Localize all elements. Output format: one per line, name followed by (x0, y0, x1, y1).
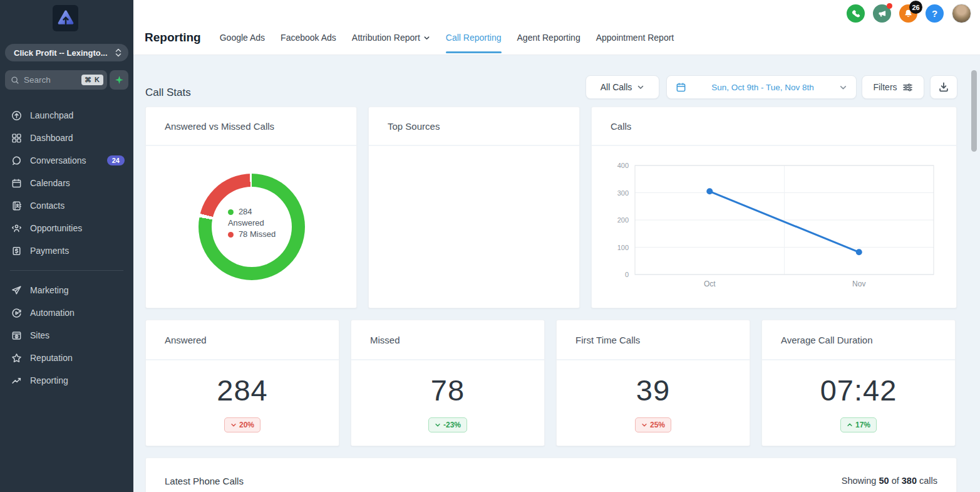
tab-google-ads[interactable]: Google Ads (220, 28, 265, 48)
latest-phone-calls-card: Latest Phone Calls Showing 50 of 380 cal… (145, 458, 957, 492)
tab-agent-reporting[interactable]: Agent Reporting (517, 28, 580, 48)
stat-change-badge: 25% (635, 417, 671, 432)
svg-text:300: 300 (617, 189, 629, 197)
sidebar: Click Profit -- Lexingto... Search ⌘ K (0, 0, 133, 492)
calls-chart-card: Calls 0100200300400OctNov (591, 107, 957, 308)
tab-call-reporting[interactable]: Call Reporting (446, 28, 502, 48)
page-title: Reporting (145, 31, 201, 44)
notifications-count-badge: 26 (909, 1, 922, 14)
card-title: Top Sources (369, 107, 579, 146)
content-area: Call Stats All Calls Sun, Oct 9th - Tue,… (133, 55, 980, 492)
phone-button[interactable] (847, 4, 865, 23)
tab-facebook-ads[interactable]: Facebook Ads (281, 28, 336, 48)
chevron-down-icon (230, 422, 237, 428)
missed-legend-dot (228, 232, 234, 238)
svg-text:Oct: Oct (704, 280, 716, 288)
top-header: Reporting Google Ads Facebook Ads Attrib… (133, 0, 980, 55)
donut-center-legend: 284 Answered 78 Missed (146, 206, 358, 240)
app-logo[interactable] (53, 5, 78, 31)
vertical-scrollbar[interactable] (971, 70, 977, 152)
stat-change-badge: 20% (224, 417, 260, 432)
section-title: Call Stats (145, 86, 191, 99)
reporting-icon (11, 375, 22, 386)
sidebar-item-contacts[interactable]: Contacts (0, 194, 133, 217)
sidebar-search-row: Search ⌘ K (5, 70, 128, 90)
latest-calls-title: Latest Phone Calls (165, 476, 244, 486)
sidebar-item-opportunities[interactable]: Opportunities (0, 217, 133, 239)
announcements-button[interactable] (873, 4, 891, 23)
sidebar-item-payments[interactable]: Payments (0, 239, 133, 262)
sidebar-item-marketing[interactable]: Marketing (0, 279, 133, 301)
answered-stat-card: Answered 284 20% (145, 320, 339, 446)
help-button[interactable]: ? (926, 4, 944, 23)
sidebar-item-reporting[interactable]: Reporting (0, 369, 133, 392)
dashboard-icon (11, 133, 22, 144)
sidebar-menu: Launchpad Dashboard Conversations 24 Cal… (0, 104, 133, 392)
stat-value: 284 (146, 373, 339, 407)
updown-chevron-icon (115, 48, 122, 58)
top-sources-card: Top Sources (368, 107, 580, 308)
chevron-down-icon (423, 34, 430, 41)
reputation-icon (11, 353, 22, 364)
chevron-down-icon (641, 422, 647, 428)
svg-text:100: 100 (617, 244, 629, 251)
megaphone-icon (877, 9, 887, 18)
stat-change-badge: -23% (428, 417, 467, 432)
avg-call-duration-stat-card: Average Call Duration 07:42 17% (761, 320, 956, 446)
account-switcher[interactable]: Click Profit -- Lexingto... (5, 44, 128, 61)
missed-stat-card: Missed 78 -23% (351, 320, 545, 446)
sidebar-item-sites[interactable]: Sites (0, 324, 133, 347)
chevron-down-icon (637, 83, 644, 91)
search-shortcut-badge: ⌘ K (81, 75, 103, 85)
first-time-calls-stat-card: First Time Calls 39 25% (556, 320, 750, 446)
account-switcher-label: Click Profit -- Lexingto... (14, 48, 115, 58)
call-reporting-page: Click Profit -- Lexingto... Search ⌘ K (0, 0, 980, 492)
sidebar-item-dashboard[interactable]: Dashboard (0, 127, 133, 149)
calendar-icon (11, 178, 22, 189)
marketing-icon (11, 285, 22, 296)
opportunities-icon (11, 223, 22, 234)
call-type-filter-dropdown[interactable]: All Calls (585, 75, 659, 99)
sidebar-item-calendars[interactable]: Calendars (0, 172, 133, 194)
date-range-picker[interactable]: Sun, Oct 9th - Tue, Nov 8th (666, 75, 857, 99)
stat-value: 07:42 (762, 373, 955, 407)
card-title: Calls (592, 107, 956, 146)
stat-value: 39 (557, 373, 750, 407)
filter-sliders-icon (902, 83, 913, 92)
calls-line-chart: 0100200300400OctNov (592, 146, 957, 308)
sparkle-diamond-icon (115, 75, 124, 85)
sidebar-item-launchpad[interactable]: Launchpad (0, 104, 133, 127)
sidebar-item-automation[interactable]: Automation (0, 301, 133, 324)
stat-title: First Time Calls (557, 320, 750, 360)
user-avatar[interactable] (952, 4, 971, 23)
logo-triangle-icon (56, 9, 75, 28)
chevron-down-icon (839, 83, 847, 92)
answered-legend-dot (228, 209, 234, 215)
chevron-down-icon (435, 422, 441, 428)
svg-text:Nov: Nov (852, 280, 865, 288)
svg-text:0: 0 (625, 271, 629, 278)
stat-value: 78 (351, 373, 544, 407)
help-icon: ? (932, 8, 937, 19)
search-icon (11, 76, 19, 85)
sites-icon (11, 330, 22, 341)
stat-change-badge: 17% (840, 417, 877, 432)
chevron-up-icon (847, 422, 853, 428)
search-input[interactable]: Search ⌘ K (5, 70, 107, 90)
topbar-icons: 26 ? (847, 4, 971, 23)
notifications-button[interactable]: 26 (899, 4, 917, 23)
sidebar-item-conversations[interactable]: Conversations 24 (0, 149, 133, 172)
stat-title: Average Call Duration (762, 320, 955, 360)
payments-icon (11, 246, 22, 256)
conversations-count-badge: 24 (107, 155, 125, 165)
filters-button[interactable]: Filters (862, 75, 924, 99)
showing-count-text: Showing 50 of 380 calls (842, 476, 937, 486)
tab-appointment-report[interactable]: Appointment Report (596, 28, 674, 48)
tab-attribution-report[interactable]: Attribution Report (352, 28, 430, 48)
conversations-icon (11, 155, 22, 166)
svg-text:400: 400 (617, 162, 629, 169)
sidebar-item-reputation[interactable]: Reputation (0, 347, 133, 369)
svg-text:200: 200 (617, 216, 629, 224)
ai-assistant-button[interactable] (110, 70, 128, 90)
export-download-button[interactable] (930, 75, 957, 99)
